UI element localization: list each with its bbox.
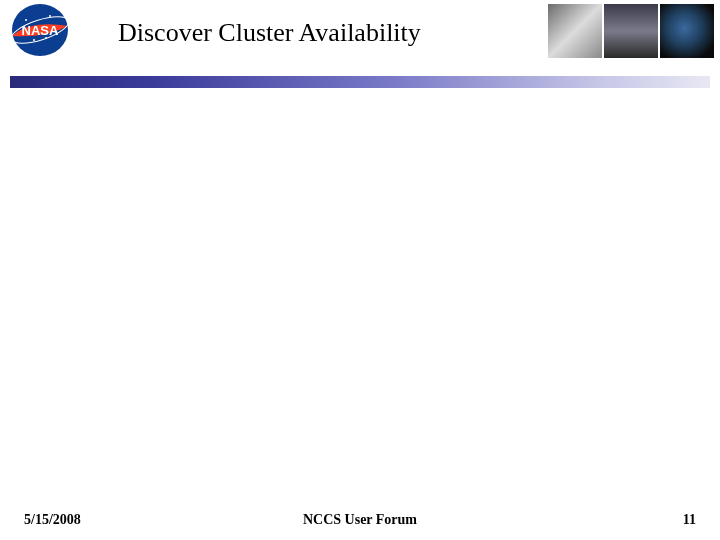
footer-page-number: 11 xyxy=(683,512,696,528)
thumbnail-earth-icon xyxy=(660,4,714,58)
nasa-logo-text: NASA xyxy=(22,23,59,38)
svg-point-3 xyxy=(49,15,51,17)
header-divider xyxy=(10,76,710,88)
footer-title: NCCS User Forum xyxy=(303,512,417,528)
thumbnail-satellite-icon xyxy=(604,4,658,58)
thumbnail-cloud-icon xyxy=(548,4,602,58)
svg-point-5 xyxy=(33,39,35,41)
header-thumbnails xyxy=(548,4,714,58)
svg-point-2 xyxy=(25,19,27,21)
slide-header: NASA Discover Cluster Availability xyxy=(0,0,720,72)
nasa-logo: NASA xyxy=(6,2,74,58)
slide-title: Discover Cluster Availability xyxy=(118,18,421,48)
footer-date: 5/15/2008 xyxy=(24,512,81,528)
